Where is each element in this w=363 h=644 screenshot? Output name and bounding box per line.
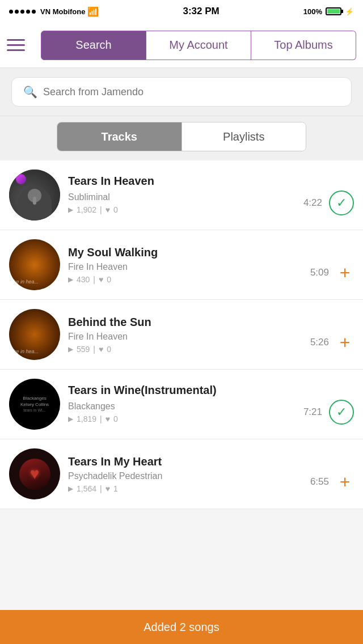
hamburger-line-2 bbox=[7, 44, 25, 46]
search-container: 🔍 bbox=[0, 68, 363, 116]
track-right: 5:26 + bbox=[310, 333, 354, 351]
track-meta: Fire In Heaven ▶ 430 | ♥ 0 5:09 + bbox=[68, 262, 354, 284]
add-track-button[interactable]: + bbox=[336, 333, 354, 351]
status-bar: VN Mobifone 📶 3:32 PM 100% ⚡ bbox=[0, 0, 363, 23]
track-artist: Fire In Heaven bbox=[68, 332, 128, 342]
track-title: Behind the Sun bbox=[68, 316, 354, 329]
track-meta: Subliminal ▶ 1,902 | ♥ 0 4:22 ✓ bbox=[68, 190, 354, 215]
hamburger-line-3 bbox=[7, 49, 25, 51]
toggle-tabs: Tracks Playlists bbox=[57, 122, 306, 151]
track-title: My Soul Walking bbox=[68, 246, 354, 259]
nav-tab-myaccount[interactable]: My Account bbox=[146, 31, 251, 60]
wifi-icon: 📶 bbox=[87, 6, 99, 17]
track-title: Tears in Wine(Instrumental) bbox=[68, 384, 354, 397]
play-count: 1,564 bbox=[77, 484, 96, 493]
track-info: Tears in Wine(Instrumental) Blackanges ▶… bbox=[68, 384, 354, 425]
track-artist: Psychadelik Pedestrian bbox=[68, 471, 162, 481]
track-list: Tears In Heaven Subliminal ▶ 1,902 | ♥ 0… bbox=[0, 160, 363, 509]
track-item[interactable]: fire in hea... Behind the Sun Fire In He… bbox=[0, 300, 363, 370]
play-icon: ▶ bbox=[68, 276, 73, 283]
add-track-button[interactable]: + bbox=[336, 264, 354, 282]
track-right: 4:22 ✓ bbox=[303, 190, 354, 215]
hamburger-button[interactable] bbox=[7, 31, 35, 60]
track-meta: Blackanges ▶ 1,819 | ♥ 0 7:21 ✓ bbox=[68, 400, 354, 425]
track-thumbnail: fire in hea... bbox=[9, 309, 60, 360]
track-artist: Fire In Heaven bbox=[68, 262, 128, 272]
track-artist: Subliminal bbox=[68, 192, 118, 202]
play-icon: ▶ bbox=[68, 415, 73, 423]
track-info: Tears In My Heart Psychadelik Pedestrian… bbox=[68, 455, 354, 493]
clock: 3:32 PM bbox=[183, 6, 219, 17]
track-stats: ▶ 559 | ♥ 0 bbox=[68, 345, 128, 354]
track-item[interactable]: Blackanges Kelsey Collins tears in Wi...… bbox=[0, 370, 363, 439]
tab-tracks[interactable]: Tracks bbox=[57, 122, 182, 151]
bottom-message: Added 2 songs bbox=[143, 621, 219, 634]
heart-icon: ♥ bbox=[99, 345, 103, 354]
track-artist: Blackanges bbox=[68, 401, 118, 412]
status-right: 100% ⚡ bbox=[303, 7, 354, 16]
track-right: 7:21 ✓ bbox=[303, 400, 354, 425]
track-thumbnail: ♥ bbox=[9, 448, 60, 499]
add-track-button[interactable]: + bbox=[336, 473, 354, 491]
nav-tab-topalbums[interactable]: Top Albums bbox=[251, 31, 356, 60]
search-icon: 🔍 bbox=[23, 85, 37, 99]
track-meta: Fire In Heaven ▶ 559 | ♥ 0 5:26 + bbox=[68, 332, 354, 354]
track-meta: Psychadelik Pedestrian ▶ 1,564 | ♥ 1 6:5… bbox=[68, 471, 354, 493]
status-left: VN Mobifone 📶 bbox=[9, 6, 99, 17]
battery-percent: 100% bbox=[303, 7, 322, 16]
track-item[interactable]: Tears In Heaven Subliminal ▶ 1,902 | ♥ 0… bbox=[0, 160, 363, 230]
track-thumbnail: fire in hea... bbox=[9, 239, 60, 290]
check-icon[interactable]: ✓ bbox=[329, 400, 354, 425]
play-count: 559 bbox=[77, 345, 90, 354]
play-icon: ▶ bbox=[68, 206, 73, 214]
track-info: Behind the Sun Fire In Heaven ▶ 559 | ♥ … bbox=[68, 316, 354, 354]
track-duration: 7:21 bbox=[303, 406, 322, 418]
track-stats: ▶ 1,902 | ♥ 0 bbox=[68, 205, 118, 214]
battery-icon bbox=[326, 7, 341, 15]
carrier-label: VN Mobifone bbox=[40, 7, 85, 16]
track-stats: ▶ 1,819 | ♥ 0 bbox=[68, 414, 118, 423]
heart-icon: ♥ bbox=[105, 414, 110, 423]
tab-playlists[interactable]: Playlists bbox=[182, 122, 306, 151]
track-item[interactable]: ♥ Tears In My Heart Psychadelik Pedestri… bbox=[0, 439, 363, 509]
heart-icon: ♥ bbox=[105, 484, 110, 493]
track-thumbnail bbox=[9, 170, 60, 221]
track-info: Tears In Heaven Subliminal ▶ 1,902 | ♥ 0… bbox=[68, 175, 354, 215]
heart-icon: ♥ bbox=[99, 275, 103, 284]
track-item[interactable]: fire in hea... My Soul Walking Fire In H… bbox=[0, 230, 363, 300]
navbar: Search My Account Top Albums bbox=[0, 23, 363, 68]
search-bar: 🔍 bbox=[11, 77, 352, 107]
track-title: Tears In Heaven bbox=[68, 175, 354, 188]
heart-icon: ♥ bbox=[105, 205, 110, 214]
like-count: 0 bbox=[113, 414, 118, 423]
bottom-bar: Added 2 songs bbox=[0, 610, 363, 644]
track-title: Tears In My Heart bbox=[68, 455, 354, 468]
play-count: 1,819 bbox=[77, 414, 96, 423]
charging-icon: ⚡ bbox=[345, 7, 354, 16]
play-icon: ▶ bbox=[68, 485, 73, 493]
like-count: 0 bbox=[107, 345, 111, 354]
track-thumbnail: Blackanges Kelsey Collins tears in Wi... bbox=[9, 379, 60, 430]
track-stats: ▶ 430 | ♥ 0 bbox=[68, 275, 128, 284]
track-duration: 6:55 bbox=[310, 476, 329, 488]
track-right: 5:09 + bbox=[310, 264, 354, 282]
track-duration: 4:22 bbox=[303, 197, 322, 209]
signal-dots bbox=[9, 10, 36, 14]
play-count: 1,902 bbox=[77, 205, 96, 214]
like-count: 1 bbox=[113, 484, 118, 493]
track-info: My Soul Walking Fire In Heaven ▶ 430 | ♥… bbox=[68, 246, 354, 284]
play-icon: ▶ bbox=[68, 345, 73, 353]
track-right: 6:55 + bbox=[310, 473, 354, 491]
hamburger-line-1 bbox=[7, 39, 25, 41]
track-duration: 5:26 bbox=[310, 337, 329, 348]
like-count: 0 bbox=[113, 205, 118, 214]
toggle-container: Tracks Playlists bbox=[0, 116, 363, 160]
nav-tab-search[interactable]: Search bbox=[41, 31, 146, 60]
like-count: 0 bbox=[107, 275, 111, 284]
search-input[interactable] bbox=[43, 86, 340, 98]
track-stats: ▶ 1,564 | ♥ 1 bbox=[68, 484, 162, 493]
track-duration: 5:09 bbox=[310, 267, 329, 278]
play-count: 430 bbox=[77, 275, 90, 284]
nav-tabs: Search My Account Top Albums bbox=[41, 31, 356, 60]
check-icon[interactable]: ✓ bbox=[329, 190, 354, 215]
